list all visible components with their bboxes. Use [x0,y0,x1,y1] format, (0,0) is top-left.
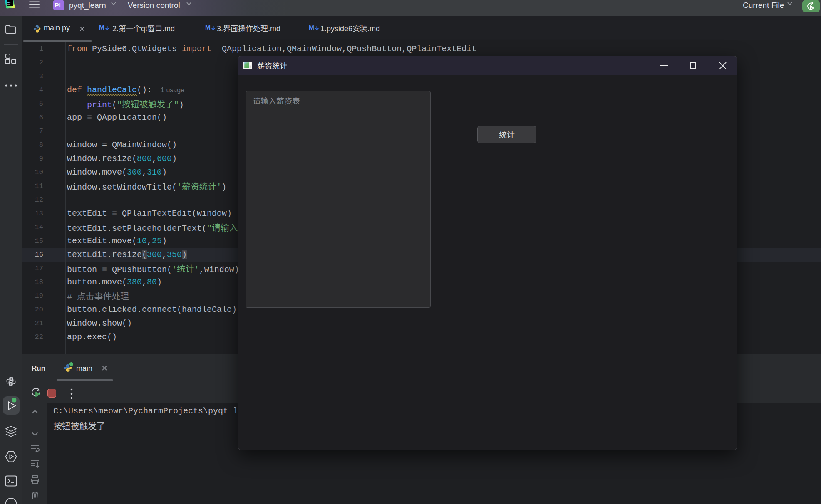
svg-text:PC: PC [7,1,11,4]
svg-text:M: M [99,24,104,31]
svg-text:M: M [309,24,314,31]
svg-text:M: M [205,24,211,31]
